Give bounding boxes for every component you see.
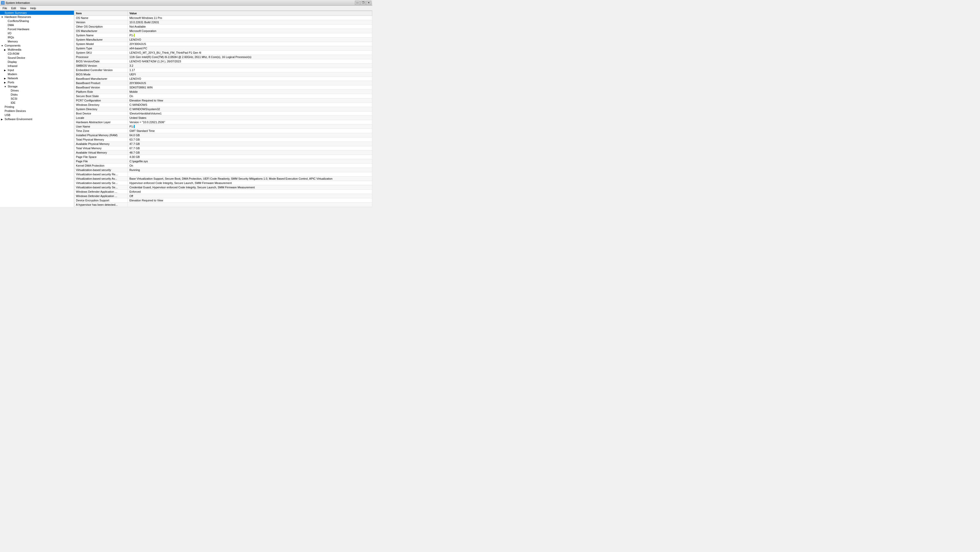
sidebar-item-usb[interactable]: USB — [0, 113, 74, 117]
sidebar-item-scsi[interactable]: SCSI — [0, 97, 74, 101]
sidebar-label-ide: IDE — [11, 101, 15, 104]
table-cell-item: System Name — [75, 33, 128, 38]
table-row: BaseBoard VersionSDK0T08861 WIN — [75, 86, 372, 90]
tree-expand-storage: ▼ — [4, 86, 7, 88]
restore-button[interactable]: ❐ — [361, 1, 366, 5]
table-cell-value: 47.7 GB — [128, 142, 372, 146]
table-row: Embedded Controller Version1.17 — [75, 68, 372, 72]
sidebar-item-infrared[interactable]: Infrared — [0, 64, 74, 68]
table-cell-item: System SKU — [75, 51, 128, 55]
table-cell-item: Platform Role — [75, 90, 128, 94]
table-cell-value: P1- — [128, 33, 372, 38]
table-cell-value: Enforced — [128, 190, 372, 194]
table-cell-value: On — [128, 94, 372, 98]
sidebar-label-conflicts-sharing: Conflicts/Sharing — [8, 19, 29, 22]
table-cell-value: Microsoft Corporation — [128, 29, 372, 33]
sidebar-item-problem-devices[interactable]: Problem Devices — [0, 109, 74, 113]
table-cell-item: System Type — [75, 46, 128, 51]
sidebar-label-ports: Ports — [8, 81, 14, 84]
sidebar-item-modem[interactable]: Modem — [0, 72, 74, 76]
redacted-user-name — [134, 125, 135, 128]
table-cell-item: System Directory — [75, 107, 128, 111]
menu-file[interactable]: File — [0, 6, 9, 10]
table-cell-value: Off — [128, 194, 372, 198]
sidebar-item-sound-device[interactable]: Sound Device — [0, 56, 74, 60]
sidebar-label-memory: Memory — [8, 40, 18, 43]
table-cell-item: Processor — [75, 55, 128, 59]
menu-edit[interactable]: Edit — [9, 6, 18, 10]
sidebar-item-display[interactable]: Display — [0, 60, 74, 64]
table-cell-item: Total Virtual Memory — [75, 146, 128, 151]
sidebar-item-drives[interactable]: Drives — [0, 89, 74, 92]
table-cell-item: Time Zone — [75, 129, 128, 133]
table-row: Other OS DescriptionNot Available — [75, 25, 372, 29]
table-cell-item: BaseBoard Product — [75, 81, 128, 86]
table-row: BIOS Version/DateLENOVO N40ET42W (1.24 )… — [75, 59, 372, 63]
sidebar-item-input[interactable]: ▶Input — [0, 68, 74, 72]
table-row: Hardware Abstraction LayerVersion = "10.… — [75, 120, 372, 124]
table-row: Virtualization-based securityRunning — [75, 168, 372, 172]
table-cell-item: Virtualization-based security — [75, 168, 128, 172]
sidebar-label-usb: USB — [5, 113, 11, 117]
sidebar-item-cd-rom[interactable]: CD-ROM — [0, 52, 74, 56]
table-cell-item: Virtualization-based security Se... — [75, 181, 128, 185]
sidebar-item-network[interactable]: ▶Network — [0, 76, 74, 80]
sidebar-item-irqs[interactable]: IRQs — [0, 35, 74, 40]
main-content: System Summary▼Hardware ResourcesConflic… — [0, 11, 372, 207]
table-cell-value: 67.7 GB — [128, 146, 372, 151]
table-row: Time ZoneGMT Standard Time — [75, 129, 372, 133]
sidebar-label-system-summary: System Summary — [5, 11, 27, 14]
table-row: Page FileC:\pagefile.sys — [75, 159, 372, 163]
table-cell-item: Secure Boot State — [75, 94, 128, 98]
sidebar-item-memory[interactable]: Memory — [0, 40, 74, 43]
table-cell-value: Hypervisor enforced Code Integrity, Secu… — [128, 181, 372, 185]
sidebar-label-irqs: IRQs — [8, 36, 14, 39]
sidebar-item-dma[interactable]: DMA — [0, 23, 74, 27]
table-cell-item: BaseBoard Version — [75, 86, 128, 90]
sidebar-item-conflicts-sharing[interactable]: Conflicts/Sharing — [0, 19, 74, 23]
data-table: Item Value OS NameMicrosoft Windows 11 P… — [74, 11, 372, 207]
table-row: User NameP1- — [75, 124, 372, 129]
sidebar-item-hardware-resources[interactable]: ▼Hardware Resources — [0, 15, 74, 19]
sidebar-item-printing[interactable]: Printing — [0, 105, 74, 109]
table-cell-value: LENOVO — [128, 77, 372, 81]
close-button[interactable]: ✕ — [366, 1, 371, 5]
sidebar-label-printing: Printing — [5, 105, 14, 108]
table-cell-value: C:\WINDOWS\system32 — [128, 107, 372, 111]
table-row: Virtualization-based security Re... — [75, 172, 372, 177]
sidebar-item-disks[interactable]: Disks — [0, 92, 74, 97]
sidebar-item-io[interactable]: I/O — [0, 31, 74, 35]
table-cell-value: 64.0 GB — [128, 133, 372, 138]
menu-view[interactable]: View — [18, 6, 29, 10]
sidebar-item-components[interactable]: ▼Components — [0, 43, 74, 48]
sidebar-item-forced-hardware[interactable]: Forced Hardware — [0, 27, 74, 31]
sidebar-label-multimedia: Multimedia — [8, 48, 21, 51]
table-row: Windows Defender Application ...Off — [75, 194, 372, 198]
sidebar-item-ide[interactable]: IDE — [0, 101, 74, 105]
sidebar-item-ports[interactable]: ▶Ports — [0, 80, 74, 84]
table-cell-item: Windows Defender Application ... — [75, 194, 128, 198]
table-cell-item: Virtualization-based security Av... — [75, 177, 128, 181]
sidebar-item-system-summary[interactable]: System Summary — [0, 11, 74, 15]
table-cell-value: C:\pagefile.sys — [128, 159, 372, 163]
sidebar-label-problem-devices: Problem Devices — [5, 109, 26, 113]
table-cell-value: Elevation Required to View — [128, 98, 372, 103]
table-cell-value: Mobile — [128, 90, 372, 94]
table-cell-item: Embedded Controller Version — [75, 68, 128, 72]
table-cell-value: P1- — [128, 124, 372, 129]
table-row: Page File Space4.00 GB — [75, 155, 372, 159]
sidebar-label-input: Input — [8, 68, 14, 71]
title-bar-buttons: — ❐ ✕ — [355, 1, 371, 5]
table-cell-item: Windows Directory — [75, 103, 128, 107]
sidebar-item-storage[interactable]: ▼Storage — [0, 84, 74, 89]
tree-expand-software-environment: ▶ — [1, 118, 4, 121]
minimize-button[interactable]: — — [355, 1, 360, 5]
table-cell-item: Kernel DMA Protection — [75, 163, 128, 168]
table-cell-value: Base Virtualization Support, Secure Boot… — [128, 177, 372, 181]
sidebar-item-software-environment[interactable]: ▶Software Environment — [0, 117, 74, 121]
sidebar-item-multimedia[interactable]: ▶Multimedia — [0, 48, 74, 52]
table-cell-item: Available Virtual Memory — [75, 151, 128, 155]
table-row: Version10.0.22631 Build 22631 — [75, 20, 372, 25]
title-bar: ℹ System Information — ❐ ✕ — [0, 0, 372, 6]
menu-help[interactable]: Help — [28, 6, 38, 10]
